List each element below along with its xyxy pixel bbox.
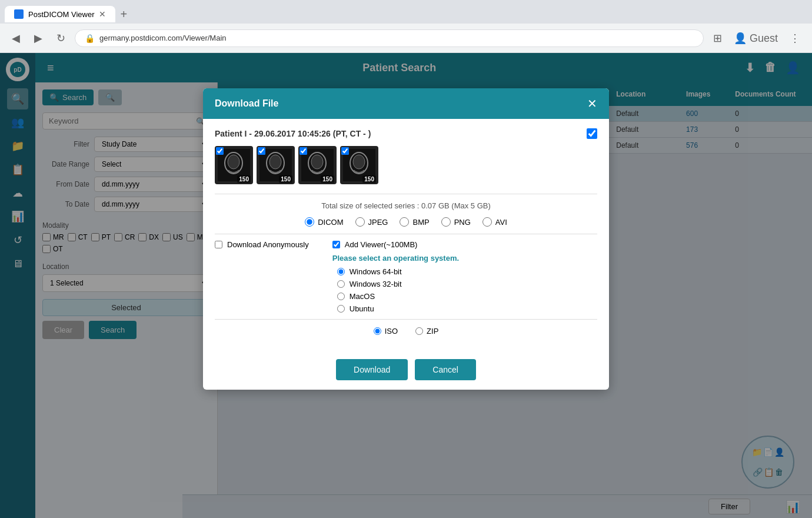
svg-point-7 <box>269 155 281 169</box>
format-bmp-label: BMP <box>412 218 429 227</box>
format-png[interactable]: PNG <box>441 217 471 227</box>
format-avi[interactable]: AVI <box>482 217 507 227</box>
modal-header: Download File ✕ <box>203 88 609 119</box>
os-macos-label: MacOS <box>350 292 375 301</box>
divider-1 <box>215 194 597 194</box>
compress-iso-label: ISO <box>385 327 398 336</box>
format-bmp-radio[interactable] <box>400 217 409 227</box>
browser-nav: ◀ ▶ ↻ 🔒 germany.postdicom.com/Viewer/Mai… <box>0 24 812 53</box>
thumbnail-4-label: 150 <box>362 175 376 183</box>
compress-zip-label: ZIP <box>427 327 438 336</box>
compress-iso[interactable]: ISO <box>374 327 398 336</box>
os-win32-label: Windows 32-bit <box>350 280 402 288</box>
active-tab[interactable]: PostDICOM Viewer ✕ <box>5 6 115 22</box>
thumbnail-3-label: 150 <box>321 175 334 183</box>
thumbnail-2-checkbox[interactable] <box>258 147 265 155</box>
new-tab-button[interactable]: + <box>115 5 132 24</box>
url-text: germany.postdicom.com/Viewer/Main <box>99 34 694 42</box>
compress-zip[interactable]: ZIP <box>415 327 438 336</box>
menu-button[interactable]: ⋮ <box>785 29 805 47</box>
patient-select-checkbox[interactable] <box>587 128 597 139</box>
compress-iso-radio[interactable] <box>374 327 381 335</box>
modal-body: Patient I - 29.06.2017 10:45:26 (PT, CT … <box>203 119 609 352</box>
thumbnail-2-label: 150 <box>279 175 292 183</box>
patient-header: Patient I - 29.06.2017 10:45:26 (PT, CT … <box>215 128 597 139</box>
anon-label: Download Anonymously <box>227 240 309 249</box>
thumbnail-2[interactable]: 150 <box>257 146 295 184</box>
os-ubuntu[interactable]: Ubuntu <box>337 304 459 313</box>
thumbnail-1[interactable]: 150 <box>215 146 253 184</box>
download-modal: Download File ✕ Patient I - 29.06.2017 1… <box>203 88 609 390</box>
modal-footer: Download Cancel <box>203 352 609 390</box>
os-prompt: Please select an operating system. <box>332 254 459 263</box>
series-thumbnails: 150 150 <box>215 146 597 184</box>
format-jpeg[interactable]: JPEG <box>355 217 388 227</box>
cancel-button[interactable]: Cancel <box>415 359 476 380</box>
svg-point-10 <box>311 155 323 169</box>
size-info: Total size of selected series : 0.07 GB … <box>215 201 597 210</box>
format-avi-radio[interactable] <box>482 217 492 227</box>
refresh-button[interactable]: ↻ <box>52 29 70 47</box>
os-macos-radio[interactable] <box>337 293 345 300</box>
extensions-button[interactable]: ⊞ <box>708 29 727 47</box>
modal-close-button[interactable]: ✕ <box>587 97 597 111</box>
format-options: DICOM JPEG BMP PNG AVI <box>215 217 597 227</box>
thumbnail-3[interactable]: 150 <box>298 146 337 184</box>
os-win32-radio[interactable] <box>337 280 345 288</box>
os-win64-radio[interactable] <box>337 268 345 275</box>
format-dicom-label: DICOM <box>318 218 343 227</box>
modal-overlay: Download File ✕ Patient I - 29.06.2017 1… <box>0 53 812 518</box>
viewer-check-row: Add Viewer(~100MB) <box>332 240 459 249</box>
compress-row: ISO ZIP <box>215 319 597 343</box>
thumbnail-1-checkbox[interactable] <box>216 147 224 155</box>
format-png-radio[interactable] <box>441 217 451 227</box>
format-dicom-radio[interactable] <box>305 217 314 227</box>
tab-favicon <box>14 9 24 19</box>
format-jpeg-label: JPEG <box>368 218 388 227</box>
svg-point-13 <box>353 155 365 169</box>
back-button[interactable]: ◀ <box>7 29 25 47</box>
os-win32[interactable]: Windows 32-bit <box>337 280 459 288</box>
os-win64[interactable]: Windows 64-bit <box>337 267 459 276</box>
add-viewer-checkbox[interactable] <box>332 241 340 248</box>
lock-icon: 🔒 <box>85 34 95 43</box>
modal-title: Download File <box>215 98 278 109</box>
guest-button[interactable]: 👤 Guest <box>729 29 783 47</box>
anon-checkbox[interactable] <box>215 241 222 248</box>
format-jpeg-radio[interactable] <box>355 217 365 227</box>
thumbnail-4-checkbox[interactable] <box>341 147 349 155</box>
thumbnail-3-checkbox[interactable] <box>299 147 307 155</box>
forward-button[interactable]: ▶ <box>29 29 47 47</box>
format-dicom[interactable]: DICOM <box>305 217 343 227</box>
format-avi-label: AVI <box>495 218 507 227</box>
browser-tabs: PostDICOM Viewer ✕ + <box>0 0 812 24</box>
os-win64-label: Windows 64-bit <box>350 267 402 276</box>
patient-info: Patient I - 29.06.2017 10:45:26 (PT, CT … <box>215 129 371 138</box>
format-bmp[interactable]: BMP <box>400 217 429 227</box>
os-options: Windows 64-bit Windows 32-bit MacOS <box>332 267 459 313</box>
svg-point-4 <box>228 155 239 169</box>
tab-title: PostDICOM Viewer <box>28 10 94 19</box>
format-png-label: PNG <box>454 218 471 227</box>
os-ubuntu-radio[interactable] <box>337 305 345 313</box>
add-viewer-label: Add Viewer(~100MB) <box>345 240 418 249</box>
os-macos[interactable]: MacOS <box>337 292 459 301</box>
options-row: Download Anonymously Add Viewer(~100MB) … <box>215 234 597 319</box>
anon-option[interactable]: Download Anonymously <box>215 240 309 249</box>
address-bar[interactable]: 🔒 germany.postdicom.com/Viewer/Main <box>75 29 704 47</box>
tab-close-icon[interactable]: ✕ <box>99 9 106 19</box>
viewer-option: Add Viewer(~100MB) Please select an oper… <box>332 240 459 313</box>
os-ubuntu-label: Ubuntu <box>350 304 374 313</box>
thumbnail-1-label: 150 <box>237 175 251 183</box>
compress-zip-radio[interactable] <box>415 327 423 335</box>
thumbnail-4[interactable]: 150 <box>340 146 378 184</box>
download-button[interactable]: Download <box>336 359 408 380</box>
